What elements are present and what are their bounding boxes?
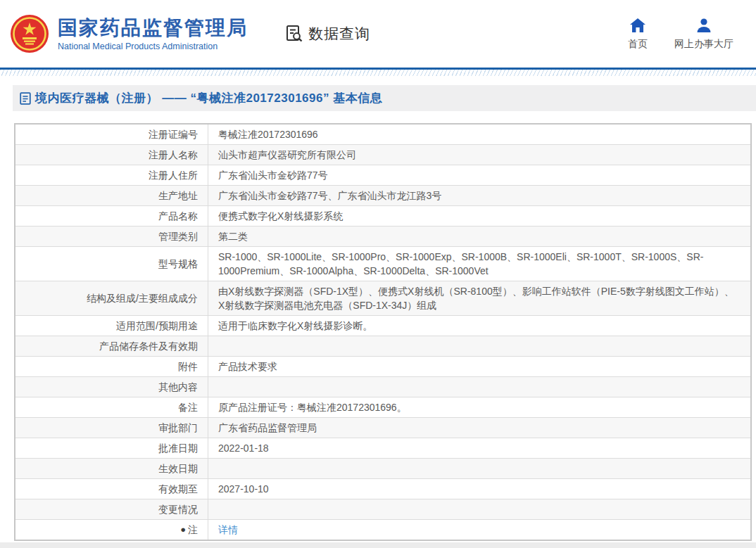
table-row: 附件产品技术要求 bbox=[15, 357, 750, 377]
header-nav: 首页 网上办事大厅 bbox=[628, 17, 733, 51]
row-value: 详情 bbox=[208, 520, 750, 540]
site-header: 国家药品监督管理局 National Medical Products Admi… bbox=[0, 0, 756, 68]
row-value: SR-1000、SR-1000Lite、SR-1000Pro、SR-1000Ex… bbox=[208, 247, 750, 281]
row-value: 适用于临床数字化X射线摄影诊断。 bbox=[208, 316, 750, 336]
table-row: 产品名称便携式数字化X射线摄影系统 bbox=[15, 206, 750, 227]
row-value bbox=[208, 377, 750, 397]
data-query-section[interactable]: 数据查询 bbox=[284, 24, 370, 44]
row-label: 生效日期 bbox=[15, 459, 208, 478]
row-label: 适用范围/预期用途 bbox=[15, 316, 208, 336]
table-row: 注册证编号粤械注准20172301696 bbox=[15, 125, 750, 145]
table-row: 型号规格SR-1000、SR-1000Lite、SR-1000Pro、SR-10… bbox=[15, 247, 750, 281]
row-label: 注册人住所 bbox=[15, 165, 208, 185]
row-value bbox=[208, 336, 750, 356]
row-value: 粤械注准20172301696 bbox=[208, 125, 750, 144]
row-label: 型号规格 bbox=[15, 247, 208, 281]
nav-home-label: 首页 bbox=[628, 38, 648, 51]
row-label: 生产地址 bbox=[15, 186, 208, 205]
row-value bbox=[208, 459, 750, 478]
table-row: 注册人住所广东省汕头市金砂路77号 bbox=[15, 165, 750, 186]
table-row: 注册人名称汕头市超声仪器研究所有限公司 bbox=[15, 145, 750, 165]
row-label: 注册证编号 bbox=[15, 125, 208, 144]
table-row: 生产地址广东省汕头市金砂路77号、广东省汕头市龙江路3号 bbox=[15, 186, 750, 206]
org-name-cn: 国家药品监督管理局 bbox=[58, 16, 248, 40]
row-label: 附件 bbox=[15, 357, 208, 376]
org-name-en: National Medical Products Administration bbox=[58, 42, 248, 51]
row-value: 广东省汕头市金砂路77号、广东省汕头市龙江路3号 bbox=[208, 186, 750, 205]
home-icon bbox=[629, 17, 647, 34]
table-row: 管理类别第二类 bbox=[15, 227, 750, 247]
row-value: 第二类 bbox=[208, 227, 750, 246]
row-value: 便携式数字化X射线摄影系统 bbox=[208, 206, 750, 226]
row-label: 批准日期 bbox=[15, 438, 208, 458]
table-row: 变更情况 bbox=[15, 499, 750, 520]
table-row: 结构及组成/主要组成成分由X射线数字探测器（SFD-1X型）、便携式X射线机（S… bbox=[15, 281, 750, 316]
table-row: 生效日期 bbox=[15, 459, 750, 479]
document-icon bbox=[20, 92, 31, 105]
row-value: 产品技术要求 bbox=[208, 357, 750, 376]
row-label: 管理类别 bbox=[15, 227, 208, 246]
info-table-body: 注册证编号粤械注准20172301696注册人名称汕头市超声仪器研究所有限公司注… bbox=[15, 125, 750, 540]
table-row: 批准日期2022-01-18 bbox=[15, 438, 750, 459]
row-label: 备注 bbox=[15, 397, 208, 417]
row-value: 由X射线数字探测器（SFD-1X型）、便携式X射线机（SR-8100型）、影响工… bbox=[208, 281, 750, 315]
row-label: 审批部门 bbox=[15, 418, 208, 438]
footer-band bbox=[0, 542, 756, 548]
row-value bbox=[208, 499, 750, 519]
row-label: 结构及组成/主要组成成分 bbox=[15, 281, 208, 315]
row-label: 有效期至 bbox=[15, 479, 208, 499]
row-label: 产品名称 bbox=[15, 206, 208, 226]
row-value: 2022-01-18 bbox=[208, 438, 750, 458]
row-value: 广东省药品监督管理局 bbox=[208, 418, 750, 438]
row-value: 原产品注册证号：粤械注准20172301696。 bbox=[208, 397, 750, 417]
nav-home[interactable]: 首页 bbox=[628, 17, 648, 51]
document-search-icon bbox=[284, 24, 304, 44]
details-link[interactable]: 详情 bbox=[218, 523, 238, 537]
row-label: 产品储存条件及有效期 bbox=[15, 336, 208, 356]
table-row: 备注原产品注册证号：粤械注准20172301696。 bbox=[15, 397, 750, 418]
row-value: 广东省汕头市金砂路77号 bbox=[208, 165, 750, 185]
table-row: 有效期至2027-10-10 bbox=[15, 479, 750, 499]
table-row: 适用范围/预期用途适用于临床数字化X射线摄影诊断。 bbox=[15, 316, 750, 336]
row-label: 注册人名称 bbox=[15, 145, 208, 165]
row-value: 汕头市超声仪器研究所有限公司 bbox=[208, 145, 750, 165]
info-table: 注册证编号粤械注准20172301696注册人名称汕头市超声仪器研究所有限公司注… bbox=[14, 123, 752, 541]
bulb-icon: ● bbox=[180, 523, 186, 537]
nav-service-hall-label: 网上办事大厅 bbox=[674, 38, 733, 51]
page-title: 境内医疗器械（注册） —— “粤械注准20172301696” 基本信息 bbox=[35, 90, 382, 106]
row-label: ●注 bbox=[15, 520, 208, 540]
data-query-label: 数据查询 bbox=[308, 24, 370, 44]
row-label: 其他内容 bbox=[15, 377, 208, 397]
nav-service-hall[interactable]: 网上办事大厅 bbox=[674, 17, 733, 51]
page-title-bar: 境内医疗器械（注册） —— “粤械注准20172301696” 基本信息 bbox=[13, 85, 756, 111]
table-row: 其他内容 bbox=[15, 377, 750, 397]
national-emblem-icon bbox=[10, 14, 49, 53]
table-row: ●注详情 bbox=[15, 520, 750, 540]
user-icon bbox=[695, 17, 712, 34]
table-row: 产品储存条件及有效期 bbox=[15, 336, 750, 357]
row-value: 2027-10-10 bbox=[208, 479, 750, 499]
row-label: 变更情况 bbox=[15, 499, 208, 519]
table-row: 审批部门广东省药品监督管理局 bbox=[15, 418, 750, 438]
nmpa-logo[interactable]: 国家药品监督管理局 National Medical Products Admi… bbox=[10, 14, 248, 53]
stripe-band bbox=[0, 70, 756, 76]
